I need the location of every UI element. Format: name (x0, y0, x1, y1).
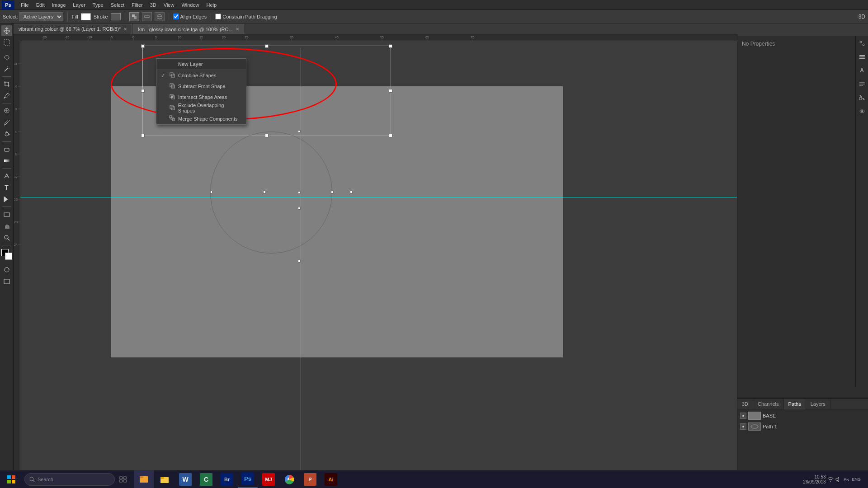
menu-help[interactable]: Help (203, 1, 221, 9)
time-display: 10:53 (803, 474, 826, 479)
svg-text:65: 65 (425, 36, 429, 39)
clone-stamp-btn[interactable] (1, 129, 12, 140)
taskbar-app-c[interactable]: C (196, 470, 216, 488)
align-edges-checkbox[interactable] (173, 14, 179, 19)
taskbar-app-mj[interactable]: MJ (259, 470, 278, 488)
menu-image[interactable]: Image (48, 1, 70, 9)
color-boxes[interactable] (1, 249, 12, 260)
menu-window[interactable]: Window (178, 1, 203, 9)
handle-tm[interactable] (265, 44, 269, 48)
tool-sep-1 (2, 50, 11, 50)
taskbar-app-word[interactable]: W (175, 470, 195, 488)
lr-row-base[interactable]: ● BASE (738, 410, 867, 421)
background-color[interactable] (5, 253, 12, 260)
shape-tool-btn[interactable] (1, 209, 12, 220)
path-alignment-btn[interactable] (142, 12, 152, 21)
tab-0-close[interactable]: ✕ (123, 27, 127, 32)
task-view-btn[interactable] (115, 470, 131, 488)
handle-ml[interactable] (141, 89, 145, 93)
handle-tr[interactable] (389, 44, 392, 48)
menu-3d[interactable]: 3D (146, 1, 160, 9)
hand-tool-btn[interactable] (1, 221, 12, 231)
svg-text:-8: -8 (14, 62, 17, 66)
brush-tool-btn[interactable] (1, 117, 12, 128)
handle-mr[interactable] (389, 89, 392, 93)
dropdown-merge[interactable]: Merge Shape Components (156, 113, 246, 124)
rp-icon-eye[interactable] (857, 106, 868, 117)
constrain-path-check[interactable]: Constrain Path Dragging (215, 14, 277, 19)
path-ops-dropdown-btn[interactable] (129, 12, 139, 21)
menu-layer[interactable]: Layer (69, 1, 89, 9)
taskbar-app-ps[interactable]: Ps (238, 470, 258, 488)
path-selection-btn[interactable] (1, 194, 12, 205)
menu-select[interactable]: Select (107, 1, 128, 9)
lr-tab-3d[interactable]: 3D (737, 399, 753, 409)
selection-tool-btn[interactable] (1, 37, 12, 48)
gradient-btn[interactable] (1, 155, 12, 166)
taskbar-app-folder[interactable] (155, 470, 175, 488)
dropdown-intersect[interactable]: Intersect Shape Areas (156, 92, 246, 103)
handle-br[interactable] (389, 134, 392, 137)
quick-mask-btn[interactable] (1, 264, 12, 275)
rp-icon-type[interactable]: A (857, 65, 868, 76)
svg-line-5 (5, 68, 8, 71)
rp-icon-layers[interactable] (857, 52, 868, 62)
type-tool-btn[interactable]: T (1, 182, 12, 193)
menu-view[interactable]: View (160, 1, 178, 9)
taskbar-app-chrome[interactable] (279, 470, 299, 488)
rp-icon-paragraph[interactable] (857, 79, 868, 89)
rp-icon-adjust[interactable] (857, 38, 868, 49)
dropdown-new-layer[interactable]: New Layer (156, 59, 246, 70)
new-layer-label: New Layer (178, 61, 203, 67)
fill-color-swatch[interactable] (81, 13, 91, 20)
dropdown-exclude[interactable]: Exclude Overlapping Shapes (156, 103, 246, 113)
crop-tool-btn[interactable] (1, 79, 12, 89)
menu-file[interactable]: File (17, 1, 33, 9)
lasso-tool-btn[interactable] (1, 52, 12, 63)
subtract-label: Subtract Front Shape (178, 84, 226, 89)
move-tool-btn[interactable] (1, 25, 12, 36)
show-desktop-btn[interactable] (864, 470, 868, 488)
zoom-tool-btn[interactable] (1, 232, 12, 243)
lr-tab-channels[interactable]: Channels (753, 399, 783, 409)
anchor-right[interactable] (350, 191, 353, 193)
svg-rect-108 (12, 480, 15, 483)
align-edges-check[interactable]: Align Edges (173, 14, 207, 19)
taskbar-app-ppt[interactable]: P (300, 470, 320, 488)
constrain-path-checkbox[interactable] (215, 14, 221, 19)
pen-tool-btn[interactable] (1, 170, 12, 181)
handle-bl[interactable] (141, 134, 145, 137)
stroke-swatch[interactable] (111, 13, 121, 20)
svg-rect-107 (7, 480, 11, 483)
tab-1-close[interactable]: ✕ (236, 27, 239, 32)
lr-tab-layers[interactable]: Layers (806, 399, 830, 409)
tab-0[interactable]: vibrant ring colour @ 66.7% (Layer 1, RG… (14, 24, 132, 34)
combine-icon (169, 72, 175, 79)
lr-eye-path1[interactable]: ● (740, 423, 746, 430)
rp-icon-tools[interactable] (857, 92, 868, 103)
tab-1[interactable]: km - glossy icaon circle.tga @ 100% (RC.… (133, 24, 244, 34)
active-layers-select[interactable]: Active Layers (19, 12, 63, 21)
menu-type[interactable]: Type (89, 1, 107, 9)
heal-tool-btn[interactable] (1, 105, 12, 116)
magic-wand-btn[interactable] (1, 64, 12, 75)
lr-eye-base[interactable]: ● (740, 413, 746, 419)
taskbar-search[interactable]: Search (24, 473, 115, 486)
path-arrangement-btn[interactable] (155, 12, 165, 21)
eraser-btn[interactable] (1, 144, 12, 155)
taskbar-app-ai[interactable]: Ai (321, 470, 341, 488)
menu-filter[interactable]: Filter (128, 1, 146, 9)
no-properties: No Properties (737, 36, 868, 52)
start-button[interactable] (0, 470, 23, 488)
screen-mode-btn[interactable] (1, 276, 12, 287)
ruler-horizontal: -20 -15 -10 -5 0 5 10 15 20 25 (20, 34, 737, 41)
lr-tab-paths[interactable]: Paths (784, 399, 806, 409)
dropdown-combine-shapes[interactable]: ✓ Combine Shapes (156, 70, 246, 81)
menu-edit[interactable]: Edit (33, 1, 48, 9)
handle-tl[interactable] (141, 44, 145, 48)
dropdown-subtract-front[interactable]: Subtract Front Shape (156, 81, 246, 92)
taskbar-app-bridge[interactable]: Br (217, 470, 237, 488)
eyedropper-btn[interactable] (1, 90, 12, 101)
taskbar-app-explorer[interactable] (134, 470, 154, 488)
lr-row-path1[interactable]: ● Path 1 (738, 421, 867, 432)
